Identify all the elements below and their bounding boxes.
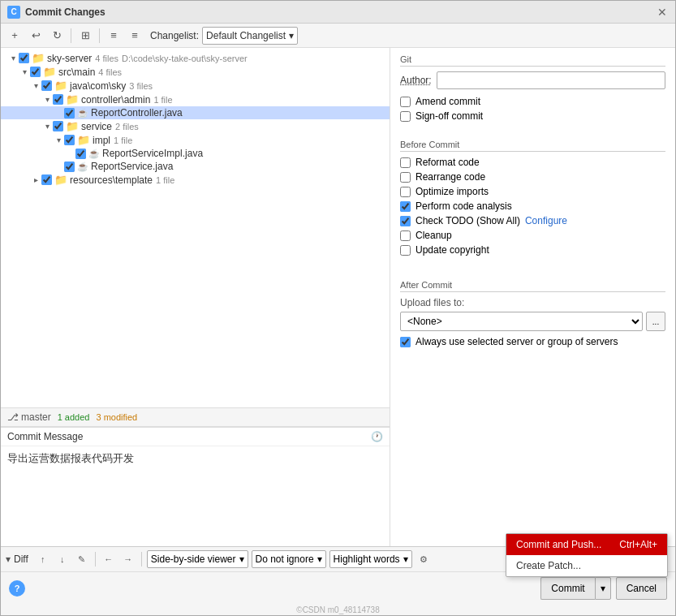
expand-arrow[interactable]: ▾ — [41, 121, 53, 132]
tree-checkbox-reportservice[interactable] — [64, 162, 75, 172]
changelist-value: Default Changelist — [206, 30, 286, 41]
check-todo-label: Check TODO (Show All) — [416, 215, 520, 226]
update-copyright-row: Update copyright — [400, 244, 665, 256]
author-row: Author: — [400, 71, 665, 89]
folder-icon: 📁 — [32, 52, 45, 64]
highlight-dropdown[interactable]: Highlight words ▾ — [329, 550, 412, 568]
tree-item-sky-server[interactable]: ▾ 📁 sky-server 4 files D:\code\sky-take-… — [1, 51, 390, 65]
tree-item-javacomsky[interactable]: ▾ 📁 java\com\sky 3 files — [1, 79, 390, 93]
expand-button[interactable]: ≡ — [105, 27, 123, 45]
rearrange-code-checkbox[interactable] — [400, 172, 411, 183]
collapse-button[interactable]: ≡ — [126, 27, 144, 45]
more-diff-button[interactable]: ⚙ — [416, 551, 432, 567]
changelist-dropdown[interactable]: Default Changelist ▾ — [202, 27, 298, 45]
expand-arrow[interactable]: ▾ — [7, 53, 19, 64]
bottom-bar: ▾ Diff ↑ ↓ ✎ ← → Side-by-side viewer ▾ D… — [1, 546, 675, 615]
commit-changes-window: C Commit Changes ✕ + ↩ ↻ ⊞ ≡ ≡ Changelis… — [0, 0, 676, 616]
expand-arrow[interactable]: ▾ — [30, 80, 41, 92]
forward-button[interactable]: → — [120, 551, 136, 567]
optimize-imports-checkbox[interactable] — [400, 187, 411, 197]
commit-button[interactable]: Commit — [540, 577, 594, 600]
signoff-commit-checkbox[interactable] — [400, 111, 411, 122]
upload-more-button[interactable]: ... — [646, 312, 665, 331]
ignore-dropdown[interactable]: Do not ignore ▾ — [252, 550, 326, 568]
modified-count: 3 modified — [96, 412, 137, 422]
tree-label: java\com\sky — [70, 80, 126, 92]
author-input[interactable] — [437, 71, 665, 89]
tree-checkbox-resourcestemplate[interactable] — [41, 174, 52, 185]
tree-checkbox-sky-server[interactable] — [19, 53, 29, 63]
amend-commit-row: Amend commit — [400, 96, 665, 107]
back-button[interactable]: ← — [101, 551, 117, 567]
create-patch-item[interactable]: Create Patch... — [506, 555, 667, 576]
folder-icon: 📁 — [66, 93, 79, 106]
tree-item-resourcestemplate[interactable]: ▸ 📁 resources\template 1 file — [1, 173, 390, 187]
refresh-button[interactable]: ↻ — [48, 27, 66, 45]
status-bar: ⎇ master 1 added 3 modified — [1, 407, 390, 427]
close-button[interactable]: ✕ — [656, 6, 669, 19]
upload-select[interactable]: <None> — [400, 312, 643, 331]
perform-analysis-row: Perform code analysis — [400, 200, 665, 212]
expand-arrow[interactable]: ▾ — [19, 67, 30, 78]
commit-message-label: Commit Message — [7, 431, 83, 442]
folder-icon: 📁 — [54, 174, 67, 186]
next-diff-button[interactable]: ↓ — [54, 551, 71, 567]
tree-checkbox-service[interactable] — [53, 121, 63, 131]
cleanup-checkbox[interactable] — [400, 230, 411, 241]
check-todo-row: Check TODO (Show All) Configure — [400, 215, 665, 226]
file-tree[interactable]: ▾ 📁 sky-server 4 files D:\code\sky-take-… — [1, 48, 390, 407]
reformat-code-checkbox[interactable] — [400, 157, 411, 168]
tree-checkbox-controlleradmin[interactable] — [53, 94, 63, 105]
separator-1 — [71, 28, 71, 43]
tree-item-reportcontroller[interactable]: ▾ ☕ ReportController.java — [1, 106, 390, 119]
commit-dropdown-arrow[interactable]: ▾ — [595, 577, 611, 600]
amend-commit-checkbox[interactable] — [400, 97, 411, 107]
add-button[interactable]: + — [6, 27, 24, 45]
diff-collapse-arrow[interactable]: ▾ — [6, 554, 11, 565]
changelist-label: Changelist: — [150, 30, 199, 41]
tree-checkbox-impl[interactable] — [64, 135, 75, 145]
bottom-actions: ? Commit ▾ Cancel — [1, 572, 675, 605]
expand-arrow[interactable]: ▾ — [41, 94, 53, 106]
viewer-dropdown[interactable]: Side-by-side viewer ▾ — [147, 550, 248, 568]
prev-diff-button[interactable]: ↑ — [35, 551, 51, 567]
expand-arrow[interactable]: ▾ — [53, 135, 64, 146]
rearrange-code-row: Rearrange code — [400, 171, 665, 183]
tree-checkbox-javacomsky[interactable] — [41, 80, 52, 91]
context-menu: Commit and Push... Ctrl+Alt+ Create Patc… — [506, 533, 668, 577]
check-todo-checkbox[interactable] — [400, 216, 411, 226]
history-icon[interactable]: 🕐 — [371, 431, 383, 442]
tree-item-reportserviceimpl[interactable]: ▾ ☕ ReportServiceImpl.java — [1, 147, 390, 160]
tree-label: service — [81, 121, 112, 132]
optimize-imports-label: Optimize imports — [416, 186, 489, 197]
ignore-value: Do not ignore — [256, 554, 314, 565]
tree-item-impl[interactable]: ▾ 📁 impl 1 file — [1, 133, 390, 147]
perform-analysis-checkbox[interactable] — [400, 201, 411, 212]
cancel-button[interactable]: Cancel — [616, 577, 667, 600]
group-button[interactable]: ⊞ — [76, 27, 94, 45]
tree-checkbox-reportserviceimpl[interactable] — [75, 149, 86, 159]
signoff-commit-label: Sign-off commit — [416, 110, 483, 122]
window-title: Commit Changes — [25, 6, 105, 18]
git-section: Git Author: Amend commit Sign-off commit — [400, 54, 665, 125]
commit-message-input[interactable]: 导出运营数据报表代码开发 — [1, 446, 390, 544]
commit-and-push-label: Commit and Push... — [516, 539, 601, 550]
tree-label: ReportController.java — [91, 107, 183, 118]
commit-message-section: Commit Message 🕐 导出运营数据报表代码开发 — [1, 427, 390, 546]
tree-item-srcmain[interactable]: ▾ 📁 src\main 4 files — [1, 65, 390, 79]
undo-button[interactable]: ↩ — [27, 27, 45, 45]
tree-item-service[interactable]: ▾ 📁 service 2 files — [1, 119, 390, 133]
help-button[interactable]: ? — [9, 580, 25, 597]
tree-checkbox-srcmain[interactable] — [30, 67, 41, 77]
always-use-checkbox[interactable] — [400, 337, 411, 347]
tree-checkbox-reportcontroller[interactable] — [64, 108, 75, 118]
always-use-label: Always use selected server or group of s… — [416, 336, 618, 347]
viewer-chevron-icon: ▾ — [239, 554, 244, 565]
configure-link[interactable]: Configure — [525, 215, 567, 226]
commit-and-push-item[interactable]: Commit and Push... Ctrl+Alt+ — [506, 534, 667, 555]
update-copyright-checkbox[interactable] — [400, 245, 411, 256]
expand-arrow[interactable]: ▸ — [30, 174, 41, 186]
tree-item-reportservice[interactable]: ▾ ☕ ReportService.java — [1, 160, 390, 173]
tree-item-controlleradmin[interactable]: ▾ 📁 controller\admin 1 file — [1, 93, 390, 106]
edit-diff-button[interactable]: ✎ — [74, 551, 90, 567]
